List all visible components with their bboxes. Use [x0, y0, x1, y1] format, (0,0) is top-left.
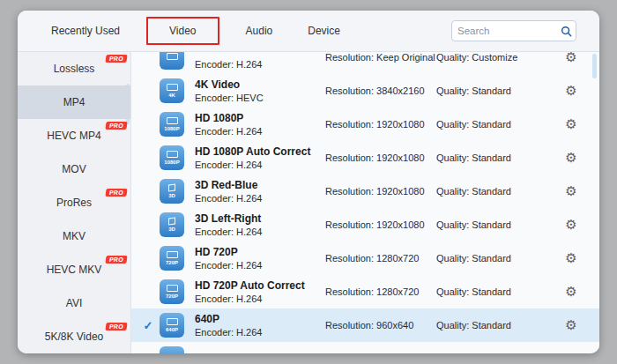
gear-icon[interactable]: ⚙ — [556, 83, 586, 99]
preset-title: HD 1080P Auto Correct — [195, 145, 325, 159]
preset-row-hd-720p-auto-correct[interactable]: 720P HD 720P Auto Correct Encoder: H.264… — [131, 275, 599, 308]
preset-encoder: Encoder: H.264 — [195, 226, 325, 238]
gear-icon[interactable]: ⚙ — [556, 284, 586, 300]
tab-label: Device — [308, 25, 340, 37]
tabs-container: Recently Used Video Audio Device — [18, 17, 349, 45]
sidebar-item-mov[interactable]: MOV — [18, 152, 130, 186]
format-icon-glyph — [168, 217, 175, 225]
search-icon[interactable] — [556, 26, 576, 37]
tab-recently-used[interactable]: Recently Used — [42, 19, 129, 42]
tab-video[interactable]: Video — [146, 17, 219, 45]
sidebar-item-label: AVI — [66, 297, 82, 309]
preset-row-partial-top[interactable]: Encoder: H.264 Resolution: Keep Original… — [131, 52, 599, 74]
sidebar-item-label: MKV — [63, 230, 85, 242]
preset-resolution: Resolution: 1280x720 — [325, 286, 436, 297]
preset-text: 640P Encoder: H.264 — [195, 313, 325, 338]
sidebar-item-avi[interactable]: AVI — [18, 286, 130, 320]
preset-row-hd-1080p-auto-correct[interactable]: 1080P HD 1080P Auto Correct Encoder: H.2… — [131, 141, 599, 175]
sidebar-item-label: HEVC MKV — [47, 264, 102, 276]
sidebar-item-lossless[interactable]: Lossless PRO — [18, 52, 130, 85]
format-icon: 720P — [160, 246, 184, 271]
preset-encoder: Encoder: HEVC — [195, 92, 325, 104]
preset-row-4k-video[interactable]: 4K 4K Video Encoder: HEVC Resolution: 38… — [131, 74, 599, 108]
sidebar-item-label: Lossless — [54, 63, 95, 75]
gear-icon[interactable]: ⚙ — [556, 317, 586, 333]
format-icon-glyph — [167, 285, 178, 292]
format-icon-label: 1080P — [164, 160, 179, 165]
tab-audio[interactable]: Audio — [237, 19, 282, 42]
preset-quality: Quality: Standard — [436, 85, 556, 96]
content-area: Lossless PRO MP4 HEVC MP4 PRO MOV ProRes… — [18, 52, 599, 353]
format-icon: 3D — [160, 212, 184, 237]
preset-row-hd-720p[interactable]: 720P HD 720P Encoder: H.264 Resolution: … — [131, 241, 599, 275]
pro-badge: PRO — [105, 55, 127, 63]
preset-row-partial-bottom[interactable] — [131, 342, 599, 353]
format-icon-glyph — [167, 318, 178, 325]
preset-row-hd-1080p[interactable]: 1080P HD 1080P Encoder: H.264 Resolution… — [131, 108, 599, 141]
tab-device[interactable]: Device — [299, 19, 349, 42]
preset-encoder: Encoder: H.264 — [195, 192, 325, 204]
search-box[interactable] — [451, 20, 576, 41]
format-icon: 4K — [160, 78, 184, 103]
format-icon-label: 3D — [168, 227, 175, 232]
preset-quality: Quality: Standard — [436, 253, 556, 264]
sidebar-item-5k-8k-video[interactable]: 5K/8K Video PRO — [18, 320, 130, 353]
search-input[interactable] — [452, 26, 556, 36]
preset-text: HD 720P Auto Correct Encoder: H.264 — [195, 279, 325, 305]
preset-row-3d-left-right[interactable]: 3D 3D Left-Right Encoder: H.264 Resoluti… — [131, 208, 599, 241]
format-icon: 640P — [160, 313, 184, 338]
preset-resolution: Resolution: 1920x1080 — [325, 152, 436, 163]
format-sidebar: Lossless PRO MP4 HEVC MP4 PRO MOV ProRes… — [18, 52, 131, 353]
sidebar-item-label: HEVC MP4 — [47, 130, 100, 142]
preset-row-3d-red-blue[interactable]: 3D 3D Red-Blue Encoder: H.264 Resolution… — [131, 175, 599, 208]
preset-title: HD 720P Auto Correct — [195, 279, 325, 293]
sidebar-item-hevc-mkv[interactable]: HEVC MKV PRO — [18, 253, 130, 286]
preset-rows: Encoder: H.264 Resolution: Keep Original… — [131, 52, 599, 353]
format-icon-glyph — [167, 117, 178, 124]
gear-icon[interactable]: ⚙ — [556, 116, 586, 132]
preset-encoder: Encoder: H.264 — [195, 326, 325, 338]
format-icon: 1080P — [160, 145, 184, 170]
gear-icon[interactable]: ⚙ — [556, 52, 586, 65]
preset-title: 4K Video — [195, 78, 325, 92]
preset-quality: Quality: Standard — [436, 152, 556, 163]
preset-encoder: Encoder: H.264 — [195, 125, 325, 137]
sidebar-item-label: MOV — [62, 163, 85, 175]
preset-resolution: Resolution: 1920x1080 — [325, 119, 436, 130]
preset-row-640p[interactable]: ✓ 640P 640P Encoder: H.264 Resolution: 9… — [131, 308, 599, 342]
tab-label: Recently Used — [51, 25, 120, 37]
format-icon — [160, 346, 184, 353]
preset-title — [195, 353, 325, 354]
sidebar-item-label: 5K/8K Video — [45, 331, 104, 343]
preset-list: Encoder: H.264 Resolution: Keep Original… — [131, 52, 599, 353]
preset-title: 640P — [195, 313, 325, 326]
check-icon: ✓ — [137, 319, 160, 332]
format-icon: 1080P — [160, 112, 184, 137]
pro-badge: PRO — [105, 122, 127, 130]
preset-encoder: Encoder: H.264 — [195, 293, 325, 305]
gear-icon[interactable]: ⚙ — [556, 150, 586, 166]
list-scrollbar[interactable] — [592, 54, 597, 78]
preset-resolution: Resolution: 1920x1080 — [325, 219, 436, 230]
sidebar-item-hevc-mp4[interactable]: HEVC MP4 PRO — [18, 119, 130, 152]
sidebar-item-mkv[interactable]: MKV — [18, 219, 130, 253]
preset-quality: Quality: Standard — [436, 286, 556, 297]
format-icon-label: 1080P — [164, 126, 179, 131]
format-icon-glyph — [167, 53, 178, 60]
sidebar-item-prores[interactable]: ProRes PRO — [18, 186, 130, 219]
preset-text: 3D Red-Blue Encoder: H.264 — [195, 179, 325, 204]
gear-icon[interactable]: ⚙ — [556, 217, 586, 233]
format-icon-label: 720P — [166, 260, 178, 265]
preset-quality: Quality: Standard — [436, 186, 556, 197]
preset-resolution: Resolution: 3840x2160 — [325, 85, 436, 96]
gear-icon[interactable]: ⚙ — [556, 250, 586, 266]
format-icon — [160, 52, 184, 70]
gear-icon[interactable]: ⚙ — [556, 183, 586, 199]
sidebar-item-mp4[interactable]: MP4 — [18, 85, 130, 119]
preset-title: 3D Red-Blue — [195, 179, 325, 192]
format-icon-glyph — [167, 151, 178, 158]
preset-quality: Quality: Standard — [436, 320, 556, 331]
preset-quality: Quality: Customize — [436, 52, 556, 63]
format-picker-window: Recently Used Video Audio Device Lossles… — [18, 11, 599, 353]
preset-title: HD 1080P — [195, 112, 325, 125]
